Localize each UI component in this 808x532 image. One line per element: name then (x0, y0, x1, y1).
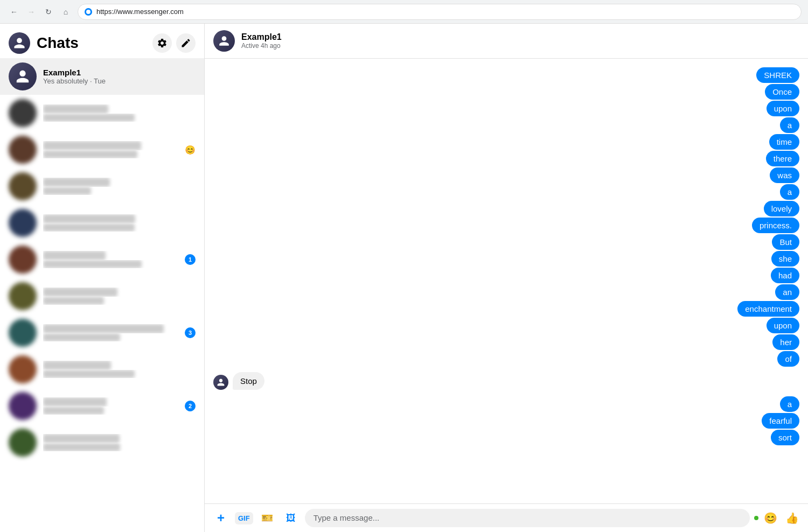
bubble-there: there (766, 151, 799, 166)
chat-item-3[interactable]: blurredname three longer blurred preview… (0, 131, 204, 168)
chat-name-7: blurredname seven (43, 288, 196, 297)
chat-area: Example1 Active 4h ago SHREK Once upon a… (205, 24, 808, 532)
chat-item-2[interactable]: blurredname two blurred preview message … (0, 95, 204, 131)
badge-8: 3 (185, 327, 196, 338)
chat-item-example1[interactable]: Example1 Yes absolutely · Tue (0, 58, 204, 95)
chat-preview-4: blurred preview (43, 187, 196, 195)
received-message-row: Stop (213, 372, 799, 390)
like-button[interactable]: 👍 (782, 508, 802, 528)
received-avatar (213, 375, 228, 390)
bubble-her: her (772, 334, 799, 350)
chat-preview-11: blurred preview text here (43, 443, 196, 451)
chat-preview-7: blurred preview text (43, 297, 196, 305)
chat-info-4: blurredname four blurred preview (43, 178, 196, 195)
chat-header-name: Example1 (241, 32, 799, 42)
chat-info-7: blurredname seven blurred preview text (43, 288, 196, 305)
bubble-shrek: SHREK (756, 67, 799, 83)
chat-avatar-7 (9, 282, 37, 310)
browser-chrome: ← → ↻ ⌂ https://www.messenger.com (0, 0, 808, 24)
user-avatar[interactable] (9, 32, 30, 54)
bubble-enchantment: enchantment (737, 301, 799, 317)
chat-info-5: blurredname five longer blurred preview … (43, 214, 196, 232)
chat-name-11: blurredname eleven (43, 434, 196, 443)
emoji-button[interactable]: 😊 (761, 508, 780, 528)
address-bar[interactable]: https://www.messenger.com (78, 4, 802, 20)
add-button[interactable]: + (211, 508, 231, 528)
sticker-button[interactable]: 🎫 (257, 508, 277, 528)
chat-name-5: blurredname five longer (43, 214, 196, 223)
bubble-had: had (771, 268, 799, 283)
bubble-a3: a (780, 396, 799, 412)
chat-list: Example1 Yes absolutely · Tue blurrednam… (0, 58, 204, 532)
compose-button[interactable] (176, 33, 196, 53)
chat-item-9[interactable]: blurredname nine blurred preview text me… (0, 351, 204, 388)
home-button[interactable]: ⌂ (58, 4, 73, 19)
chat-preview-6: blurred preview text here longer (43, 260, 178, 268)
chat-preview-example1: Yes absolutely · Tue (43, 77, 196, 85)
sent-message-group-2: a fearful sort (213, 396, 799, 445)
chat-name-4: blurredname four (43, 178, 196, 187)
chat-info-6: blurredname six blurred preview text her… (43, 251, 178, 268)
chat-info-2: blurredname two blurred preview message … (43, 104, 196, 122)
bubble-stop: Stop (233, 372, 264, 390)
sidebar-header: Chats (0, 24, 204, 58)
message-input[interactable] (314, 513, 741, 522)
chat-item-8[interactable]: blurredname eight longer name blurred pr… (0, 314, 204, 351)
chat-avatar-4 (9, 172, 37, 200)
chat-item-7[interactable]: blurredname seven blurred preview text (0, 278, 204, 314)
bubble-sort: sort (771, 430, 799, 445)
badge-10: 2 (185, 401, 196, 411)
messenger-favicon (85, 8, 92, 16)
photo-button[interactable]: 🖼 (281, 508, 301, 528)
chat-item-11[interactable]: blurredname eleven blurred preview text … (0, 424, 204, 461)
settings-button[interactable] (152, 33, 172, 53)
bubble-an: an (775, 284, 799, 300)
chat-info-10: blurredname ten blurred preview text (43, 397, 178, 415)
chat-item-5[interactable]: blurredname five longer blurred preview … (0, 205, 204, 241)
url-text: https://www.messenger.com (96, 8, 184, 16)
chat-preview-2: blurred preview message text (43, 114, 196, 122)
chat-header-avatar (213, 30, 235, 52)
bubble-a1: a (780, 117, 799, 133)
forward-button[interactable]: → (24, 4, 39, 19)
chat-avatar-3 (9, 136, 37, 164)
chat-info-3: blurredname three longer blurred preview… (43, 141, 178, 158)
chat-avatar-10 (9, 392, 37, 420)
refresh-button[interactable]: ↻ (41, 4, 56, 19)
badge-3: 😊 (185, 145, 196, 155)
chat-avatar-5 (9, 209, 37, 237)
message-input-wrapper (305, 509, 750, 527)
chat-preview-10: blurred preview text (43, 407, 178, 415)
sent-message-group: SHREK Once upon a time there was a lovel… (213, 67, 799, 367)
chat-name-example1: Example1 (43, 68, 196, 77)
chat-preview-3: blurred preview message here (43, 150, 178, 158)
sidebar-title: Chats (37, 34, 79, 52)
chat-name-2: blurredname two (43, 104, 196, 114)
bubble-of: of (777, 351, 799, 367)
chat-name-6: blurredname six (43, 251, 178, 260)
chat-info-11: blurredname eleven blurred preview text … (43, 434, 196, 451)
app-container: Chats Example1 Yes absolutely · T (0, 24, 808, 532)
bubble-princess: princess. (752, 218, 799, 233)
chat-item-6[interactable]: blurredname six blurred preview text her… (0, 241, 204, 278)
chat-item-4[interactable]: blurredname four blurred preview (0, 168, 204, 205)
bubble-but: But (772, 234, 799, 250)
bubble-time: time (769, 134, 799, 150)
bubble-upon2: upon (767, 318, 799, 333)
gif-button[interactable]: GIF (235, 512, 253, 524)
chat-preview-9: blurred preview text message (43, 370, 196, 378)
input-right-actions: 😊 👍 (754, 508, 802, 528)
chat-avatar-8 (9, 319, 37, 347)
bubble-once: Once (765, 84, 799, 100)
bubble-fearful: fearful (762, 413, 799, 429)
chat-info-8: blurredname eight longer name blurred pr… (43, 324, 178, 341)
chat-preview-5: blurred preview text message (43, 223, 196, 232)
chat-header-info: Example1 Active 4h ago (241, 32, 799, 50)
chat-avatar-6 (9, 246, 37, 274)
back-button[interactable]: ← (6, 4, 22, 19)
bubble-was: was (770, 167, 799, 183)
chat-item-10[interactable]: blurredname ten blurred preview text 2 (0, 388, 204, 424)
bubble-she: she (771, 251, 799, 267)
input-area: + GIF 🎫 🖼 😊 👍 (205, 503, 808, 532)
chat-avatar-example1 (9, 62, 37, 90)
